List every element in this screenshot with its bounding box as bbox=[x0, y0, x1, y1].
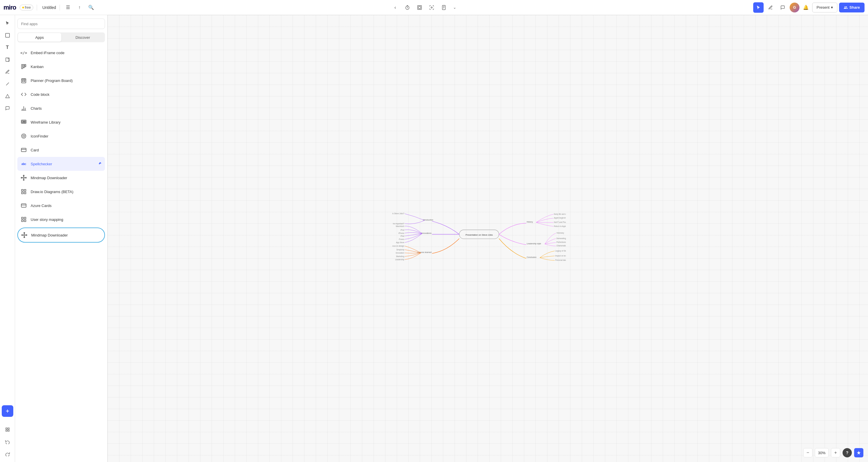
svg-rect-25 bbox=[23, 81, 24, 82]
text-tool-icon: T bbox=[6, 45, 9, 50]
timer-button[interactable] bbox=[402, 2, 413, 13]
spellchecker-icon: abc bbox=[20, 160, 28, 168]
app-wireframe[interactable]: Wireframe Library bbox=[17, 115, 105, 129]
find-apps-input[interactable] bbox=[17, 19, 105, 29]
svg-text:Conclusion: Conclusion bbox=[527, 256, 537, 258]
charts-label: Charts bbox=[31, 106, 103, 111]
canvas[interactable]: Presentation on Steve Jobs Introduction … bbox=[107, 15, 868, 462]
zoom-level: 30% bbox=[815, 448, 829, 457]
svg-rect-16 bbox=[6, 430, 7, 431]
topbar-center: ‹ ⌄ bbox=[99, 2, 750, 13]
svg-marker-11 bbox=[5, 94, 9, 98]
sticky-tool[interactable] bbox=[2, 54, 13, 65]
left-sidebar: T bbox=[0, 15, 15, 462]
share-upload-button[interactable]: ↑ bbox=[75, 3, 84, 12]
app-spellchecker[interactable]: abc Spellchecker bbox=[17, 157, 105, 171]
user-avatar[interactable]: G bbox=[789, 3, 800, 12]
svg-point-35 bbox=[22, 134, 26, 138]
app-charts[interactable]: Charts bbox=[17, 101, 105, 115]
share-button[interactable]: Share bbox=[839, 3, 865, 12]
mindmap-downloader-2-icon bbox=[20, 231, 28, 239]
text-tool[interactable]: T bbox=[2, 42, 13, 53]
mindmap: Presentation on Steve Jobs Introduction … bbox=[392, 183, 566, 293]
comment-tool[interactable] bbox=[2, 103, 13, 114]
plan-dot bbox=[22, 7, 24, 8]
kanban-label: Kanban bbox=[31, 64, 103, 69]
plan-badge[interactable]: free bbox=[20, 5, 34, 10]
app-mindmap-downloader-2[interactable]: Mindmap Downloader bbox=[17, 228, 105, 242]
app-mindmap-downloader[interactable]: Mindmap Downloader bbox=[17, 171, 105, 185]
iconfinder-label: IconFinder bbox=[31, 134, 103, 138]
cursor-tool-button[interactable] bbox=[753, 2, 764, 13]
focus-button[interactable] bbox=[427, 2, 437, 13]
pencil-tool-button[interactable] bbox=[765, 2, 776, 13]
card-label: Card bbox=[31, 148, 103, 152]
line-tool[interactable] bbox=[2, 78, 13, 90]
zoom-out-button[interactable]: − bbox=[803, 448, 812, 457]
svg-point-3 bbox=[431, 7, 433, 8]
apps-tabs: Apps Discover bbox=[17, 32, 105, 42]
tab-apps[interactable]: Apps bbox=[18, 33, 61, 42]
wireframe-label: Wireframe Library bbox=[31, 120, 103, 124]
iconfinder-icon bbox=[20, 132, 28, 140]
svg-text:iPhone: iPhone bbox=[398, 232, 404, 234]
svg-text:Innovation: Innovation bbox=[396, 252, 404, 254]
dashboard-tool[interactable] bbox=[2, 424, 13, 435]
svg-text:Marketing: Marketing bbox=[396, 255, 404, 258]
topbar: miro free Untitled ☰ ↑ 🔍 ‹ bbox=[0, 0, 868, 15]
comment-tool-button[interactable] bbox=[777, 2, 788, 13]
tab-discover[interactable]: Discover bbox=[61, 33, 105, 42]
app-card[interactable]: Card bbox=[17, 143, 105, 157]
user-story-label: User story mapping bbox=[31, 218, 103, 222]
collapse-panel-button[interactable]: ‹ bbox=[390, 2, 400, 13]
charts-icon bbox=[20, 104, 28, 112]
svg-text:Leadership style: Leadership style bbox=[527, 242, 541, 245]
notes-button[interactable] bbox=[439, 2, 449, 13]
app-azure-cards[interactable]: Azure Cards bbox=[17, 199, 105, 212]
svg-rect-34 bbox=[24, 122, 26, 123]
svg-rect-45 bbox=[24, 190, 26, 191]
shapes-tool[interactable] bbox=[2, 90, 13, 102]
svg-text:Legacy of Steve Jobs: Legacy of Steve Jobs bbox=[555, 250, 566, 252]
svg-rect-32 bbox=[22, 121, 23, 123]
code-block-icon bbox=[20, 90, 28, 98]
app-code-block[interactable]: Code block bbox=[17, 87, 105, 101]
undo-button[interactable] bbox=[2, 436, 13, 447]
document-title[interactable]: Untitled bbox=[42, 5, 56, 10]
svg-text:iTunes: iTunes bbox=[399, 238, 404, 240]
apps-tool[interactable] bbox=[2, 405, 13, 417]
help-button[interactable]: ? bbox=[842, 448, 852, 457]
svg-text:Charismatic: Charismatic bbox=[556, 244, 566, 247]
svg-text:Early life and education: Early life and education bbox=[554, 213, 566, 215]
menu-button[interactable]: ☰ bbox=[63, 3, 72, 12]
ai-assist-button[interactable] bbox=[854, 448, 863, 457]
notifications-button[interactable]: 🔔 bbox=[801, 3, 810, 12]
svg-text:iPod: iPod bbox=[400, 229, 404, 231]
search-button[interactable]: 🔍 bbox=[87, 3, 96, 12]
app-kanban[interactable]: Kanban bbox=[17, 60, 105, 74]
frames-tool[interactable] bbox=[2, 30, 13, 41]
present-button[interactable]: Present ▾ bbox=[812, 3, 837, 12]
embed-iframe-icon: </> bbox=[20, 49, 28, 57]
app-planner[interactable]: Planner (Program Board) bbox=[17, 74, 105, 87]
topbar-right: G 🔔 Present ▾ Share bbox=[750, 2, 868, 13]
mindmap-downloader-label: Mindmap Downloader bbox=[31, 176, 103, 180]
app-iconfinder[interactable]: IconFinder bbox=[17, 129, 105, 143]
topbar-left: miro free Untitled ☰ ↑ 🔍 bbox=[0, 3, 99, 12]
frames-button[interactable] bbox=[414, 2, 425, 13]
embed-iframe-label: Embed iFrame code bbox=[31, 51, 103, 55]
svg-text:Introduction: Introduction bbox=[423, 219, 433, 221]
app-user-story[interactable]: User story mapping bbox=[17, 212, 105, 226]
drawio-icon bbox=[20, 187, 28, 196]
pen-tool[interactable] bbox=[2, 66, 13, 78]
svg-text:Why is he important?: Why is he important? bbox=[392, 223, 404, 225]
app-drawio[interactable]: Draw.io Diagrams (BETA) bbox=[17, 185, 105, 199]
select-tool[interactable] bbox=[2, 18, 13, 29]
more-tools-button[interactable]: ⌄ bbox=[451, 3, 459, 11]
app-embed-iframe[interactable]: </> Embed iFrame code bbox=[17, 46, 105, 60]
zoom-in-button[interactable]: + bbox=[831, 448, 840, 457]
redo-button[interactable] bbox=[2, 448, 13, 460]
plan-label: free bbox=[25, 5, 31, 9]
svg-rect-4 bbox=[442, 5, 445, 9]
svg-point-39 bbox=[23, 177, 25, 179]
